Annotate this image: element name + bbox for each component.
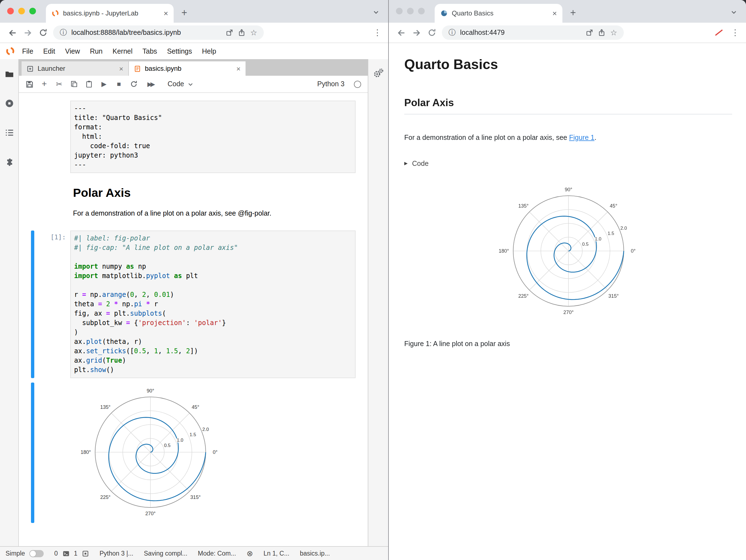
svg-text:90°: 90° (147, 388, 154, 394)
activity-sidebar (0, 59, 19, 546)
kernels-count: 1 (74, 550, 78, 557)
address-bar[interactable]: ⓘ localhost:8888/lab/tree/basics.ipynb ☆ (53, 25, 264, 40)
cell-prompt (34, 100, 70, 173)
body-paragraph: For a demonstration of a line plot on a … (404, 133, 732, 143)
url-text[interactable]: localhost:8888/lab/tree/basics.ipynb (71, 29, 222, 36)
zoom-window-button[interactable] (418, 8, 425, 14)
tab-launcher[interactable]: Launcher × (22, 61, 128, 76)
folder-icon[interactable] (4, 69, 14, 79)
menu-item-run[interactable]: Run (85, 47, 108, 55)
close-window-button[interactable] (396, 8, 403, 14)
browser-menu-icon[interactable]: ⋮ (373, 28, 381, 37)
bookmark-star-icon[interactable]: ☆ (610, 28, 617, 37)
tab-search-chevron-icon[interactable] (373, 8, 379, 18)
running-sessions-icon[interactable] (4, 98, 14, 108)
extensions-puzzle-icon[interactable] (4, 157, 14, 167)
close-icon[interactable]: × (119, 64, 123, 73)
minimize-window-button[interactable] (407, 8, 414, 14)
tab-close-icon[interactable]: × (551, 9, 558, 17)
copy-cells-button[interactable] (69, 79, 79, 89)
url-text[interactable]: localhost:4479 (460, 29, 581, 36)
site-info-icon[interactable]: ⓘ (449, 28, 456, 37)
cell-collapser[interactable] (31, 100, 34, 173)
svg-text:0°: 0° (212, 450, 217, 455)
back-button[interactable] (7, 27, 18, 38)
jupyterlab-menubar: File Edit View Run Kernel Tabs Settings … (0, 43, 388, 60)
run-button[interactable]: ▶ (99, 79, 109, 89)
svg-text:45°: 45° (609, 203, 617, 209)
cursor-position-item[interactable]: Ln 1, C... (263, 550, 289, 557)
code-cell-editor[interactable]: #| label: fig-polar#| fig-cap: "A line p… (70, 231, 355, 378)
close-window-button[interactable] (7, 8, 14, 14)
forward-button[interactable] (411, 27, 422, 38)
cut-cells-button[interactable]: ✂ (54, 79, 64, 89)
restart-run-all-button[interactable]: ▶▶ (144, 79, 157, 89)
sessions-counter[interactable]: 0 1 (54, 550, 89, 557)
chevron-down-icon (188, 81, 194, 87)
markdown-cell[interactable]: Polar Axis For a demonstration of a line… (73, 186, 355, 218)
simple-mode-label: Simple (5, 550, 25, 557)
cell-type-dropdown[interactable]: Code (168, 80, 194, 88)
kernel-name-label[interactable]: Python 3 (317, 80, 345, 88)
terminal-icon (62, 550, 69, 557)
code-disclosure-label: Code (412, 160, 429, 168)
open-in-window-icon[interactable] (586, 29, 594, 36)
traffic-lights (7, 8, 36, 14)
figure-link[interactable]: Figure 1 (569, 134, 595, 142)
share-icon[interactable] (598, 29, 606, 36)
address-bar[interactable]: ⓘ localhost:4479 ☆ (442, 25, 624, 40)
close-icon[interactable]: × (236, 64, 240, 73)
open-in-window-icon[interactable] (226, 29, 234, 36)
paragraph-suffix: . (595, 134, 596, 142)
notification-icon[interactable]: ⊗ (247, 550, 253, 557)
menu-item-settings[interactable]: Settings (162, 47, 197, 55)
interrupt-kernel-button[interactable]: ■ (114, 79, 124, 89)
menu-item-tabs[interactable]: Tabs (137, 47, 162, 55)
share-icon[interactable] (238, 29, 246, 36)
output-collapser[interactable] (31, 383, 34, 523)
zoom-window-button[interactable] (29, 8, 36, 14)
code-disclosure[interactable]: ▶ Code (404, 160, 732, 168)
menu-item-kernel[interactable]: Kernel (108, 47, 137, 55)
simple-mode-toggle[interactable] (29, 550, 44, 557)
browser-menu-icon[interactable]: ⋮ (731, 28, 739, 37)
menu-item-edit[interactable]: Edit (38, 47, 60, 55)
browser-tab[interactable]: basics.ipynb - JupyterLab × (46, 4, 174, 23)
back-button[interactable] (395, 27, 406, 38)
bookmark-star-icon[interactable]: ☆ (250, 28, 257, 37)
paste-cells-button[interactable] (84, 79, 94, 89)
desktop: basics.ipynb - JupyterLab × + ⓘ localhos… (0, 0, 746, 560)
restart-kernel-button[interactable] (129, 79, 139, 89)
command-mode-item[interactable]: Mode: Com... (198, 550, 236, 557)
saving-status-item: Saving compl... (144, 550, 187, 557)
site-info-icon[interactable]: ⓘ (60, 28, 67, 37)
menu-item-view[interactable]: View (60, 47, 85, 55)
new-tab-button[interactable]: + (181, 7, 187, 19)
forward-button[interactable] (22, 27, 33, 38)
new-tab-button[interactable]: + (570, 7, 576, 19)
menu-item-file[interactable]: File (17, 47, 38, 55)
browser-tab-title: basics.ipynb - JupyterLab (63, 9, 159, 17)
kernel-status-item[interactable]: Python 3 |... (99, 550, 133, 557)
add-cell-button[interactable]: + (39, 79, 49, 89)
code-cell[interactable]: [1]: #| label: fig-polar#| fig-cap: "A l… (19, 231, 368, 378)
table-of-contents-icon[interactable] (4, 128, 14, 138)
cell-type-value: Code (168, 80, 184, 88)
red-slash-annotation-icon (715, 30, 723, 36)
cell-collapser[interactable] (31, 231, 34, 378)
tab-notebook[interactable]: basics.ipynb × (129, 61, 246, 76)
raw-cell[interactable]: --- title: "Quarto Basics" format: html:… (19, 100, 368, 173)
tab-search-chevron-icon[interactable] (730, 8, 737, 18)
minimize-window-button[interactable] (18, 8, 25, 14)
output-cell: 0°45°90°135°180°225°270°315°0.51.01.52.0 (19, 383, 368, 523)
browser-tab[interactable]: Quarto Basics × (435, 4, 563, 23)
save-button[interactable] (24, 79, 34, 89)
refresh-button[interactable] (426, 27, 437, 38)
menu-item-help[interactable]: Help (197, 47, 221, 55)
tab-close-icon[interactable]: × (163, 9, 169, 17)
refresh-button[interactable] (38, 27, 49, 38)
property-inspector-gears-icon[interactable] (373, 68, 383, 546)
jupyterlab-browser-window: basics.ipynb - JupyterLab × + ⓘ localhos… (0, 0, 388, 560)
notebook-scroll-area[interactable]: --- title: "Quarto Basics" format: html:… (19, 93, 368, 546)
raw-cell-editor[interactable]: --- title: "Quarto Basics" format: html:… (70, 100, 355, 173)
